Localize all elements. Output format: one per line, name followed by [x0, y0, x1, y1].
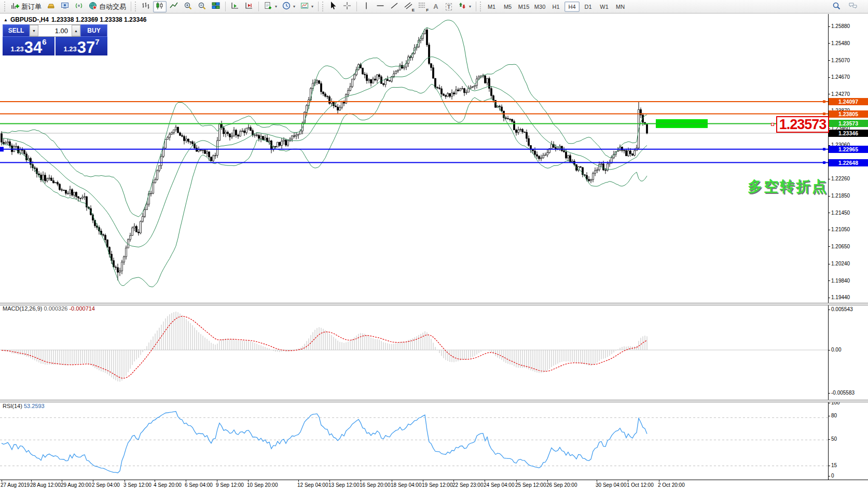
- auto-scroll-icon: [230, 1, 240, 12]
- zoom-out-button[interactable]: [195, 1, 209, 12]
- time-axis-label: 27 Aug 2019: [1, 482, 30, 488]
- time-axis-label: 13 Sep 12:00: [328, 482, 360, 488]
- search-button[interactable]: [830, 1, 843, 12]
- arrows-button[interactable]: ▾: [456, 1, 473, 12]
- toolbar-grip[interactable]: [135, 2, 136, 11]
- panel-divider[interactable]: [0, 303, 868, 305]
- time-axis-tick: [186, 480, 186, 482]
- sell-price-quote[interactable]: 1.23 34 6: [3, 37, 54, 55]
- chart-title: ▲ GBPUSD-,H4 1.23338 1.23369 1.23338 1.2…: [4, 16, 146, 23]
- price-axis-tick-label: 1.20650: [831, 244, 850, 249]
- main-chart-surface[interactable]: [0, 14, 828, 303]
- toolbar-grip[interactable]: [4, 2, 6, 11]
- price-axis-tick: [828, 94, 830, 94]
- price-axis-tick: [828, 298, 830, 298]
- rsi-line: [2, 412, 647, 473]
- rsi-scale-tick: [828, 476, 830, 476]
- timeframe-m30[interactable]: M30: [532, 2, 547, 12]
- indicators-button[interactable]: ▾: [261, 1, 279, 12]
- buy-button[interactable]: BUY: [80, 24, 107, 37]
- price-axis-tick: [828, 43, 830, 44]
- toolbar-separator: [476, 2, 476, 11]
- macd-label: MACD(12,26,9) 0.000326 -0.000714: [3, 305, 95, 312]
- annotation-text[interactable]: 多空转折点: [748, 177, 828, 197]
- time-axis-tick: [2, 480, 2, 482]
- volume-value[interactable]: 1.00: [38, 25, 72, 36]
- time-axis-tick: [423, 480, 423, 482]
- chart-frame-bottom: [0, 480, 868, 480]
- time-axis-tick: [628, 480, 628, 482]
- rsi-panel-surface[interactable]: [0, 402, 828, 480]
- timeframe-m1[interactable]: M1: [484, 2, 499, 12]
- time-axis-tick: [217, 480, 217, 482]
- toolbar-grip[interactable]: [480, 2, 481, 11]
- market-watch-button[interactable]: [44, 1, 58, 12]
- period-button[interactable]: ▾: [280, 1, 297, 12]
- time-axis-tick: [361, 480, 361, 482]
- timeframe-m15[interactable]: M15: [516, 2, 531, 12]
- macd-histogram: [2, 312, 647, 382]
- macd-scale-label: 0.00: [831, 347, 841, 353]
- macd-signal-line: [2, 316, 647, 378]
- sell-button[interactable]: SELL: [3, 24, 30, 37]
- auto-scroll-button[interactable]: [228, 1, 242, 12]
- macd-panel-surface[interactable]: [0, 305, 828, 400]
- signal-button[interactable]: [72, 1, 86, 12]
- price-axis-tick: [828, 264, 830, 264]
- price-callout-box[interactable]: 1.23573: [776, 116, 829, 133]
- horizontal-line-icon: [376, 1, 385, 12]
- bar-chart-button[interactable]: [139, 1, 153, 12]
- cursor-button[interactable]: [326, 1, 340, 12]
- buy-price-main: 37: [77, 40, 95, 54]
- timeframe-m5[interactable]: M5: [500, 2, 515, 12]
- template-icon: [300, 1, 309, 12]
- buy-price-quote[interactable]: 1.23 37 7: [56, 37, 107, 55]
- bar-chart-icon: [141, 1, 150, 12]
- symbol-label: GBPUSD-,H4: [10, 16, 49, 23]
- time-axis-tick: [547, 480, 548, 482]
- timeframe-h1[interactable]: H1: [548, 2, 563, 12]
- hline-handle[interactable]: [771, 123, 774, 126]
- autotrade-button[interactable]: 自动交易: [86, 1, 128, 12]
- price-axis-tick: [828, 77, 830, 78]
- text-tool-button[interactable]: A: [430, 1, 442, 12]
- zoom-in-button[interactable]: [181, 1, 195, 12]
- timeframe-d1[interactable]: D1: [581, 2, 596, 12]
- timeframe-mn[interactable]: MN: [613, 2, 628, 12]
- panel-divider[interactable]: [0, 400, 868, 402]
- vertical-line-button[interactable]: [360, 1, 373, 12]
- trendline-button[interactable]: [388, 1, 401, 12]
- time-axis-tick: [93, 480, 93, 482]
- price-axis-tick: [828, 280, 830, 281]
- rsi-scale-tick: [828, 439, 830, 440]
- sell-price-prefix: 1.23: [10, 45, 23, 53]
- template-button[interactable]: ▾: [298, 1, 315, 12]
- timeframe-w1[interactable]: W1: [597, 2, 612, 12]
- volume-decrease-button[interactable]: ▼: [30, 25, 38, 36]
- crosshair-button[interactable]: [340, 1, 354, 12]
- timeframe-h4[interactable]: H4: [564, 2, 580, 12]
- line-chart-button[interactable]: [167, 1, 181, 12]
- toolbar-grip[interactable]: [322, 2, 324, 11]
- chevron-down-icon: ▾: [275, 4, 277, 9]
- indicators-icon: [264, 1, 273, 12]
- time-axis-label: 30 Sep 04:00: [596, 482, 627, 488]
- price-tag-pivot: 1.23573: [829, 120, 868, 127]
- text-label-button[interactable]: T: [443, 1, 455, 12]
- fibonacci-button[interactable]: F: [416, 1, 429, 12]
- time-axis-label: 26 Sep 20:00: [546, 482, 577, 488]
- chat-button[interactable]: [846, 1, 860, 12]
- bollinger-lower: [2, 85, 647, 287]
- equidistant-channel-button[interactable]: E: [402, 1, 415, 12]
- chart-shift-button[interactable]: [242, 1, 256, 12]
- channel-sub-letter: E: [412, 8, 415, 12]
- new-order-button[interactable]: 新订单: [8, 1, 44, 12]
- price-axis-tick-label: 1.24270: [831, 91, 850, 97]
- horizontal-line-button[interactable]: [374, 1, 387, 12]
- tile-windows-button[interactable]: [209, 1, 223, 12]
- candlestick-chart-button[interactable]: [153, 1, 167, 12]
- time-axis-label: 25 Sep 12:00: [515, 482, 546, 488]
- volume-increase-button[interactable]: ▲: [72, 25, 80, 36]
- new-order-icon: [10, 1, 20, 12]
- data-window-button[interactable]: [58, 1, 72, 12]
